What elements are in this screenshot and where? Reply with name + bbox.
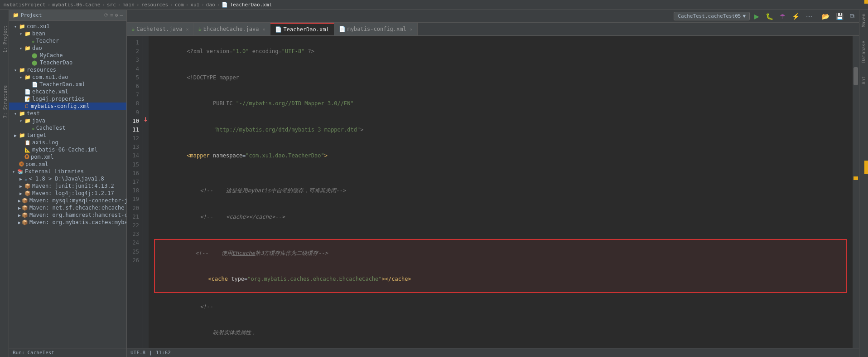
save-button[interactable]: 💾 bbox=[834, 12, 845, 21]
lib-icon: 📦 bbox=[24, 191, 31, 196]
profiler-button[interactable]: ⚡ bbox=[790, 12, 801, 21]
tree-item-target[interactable]: ▶ 📁 target bbox=[9, 132, 126, 139]
scrollbar[interactable] bbox=[853, 36, 859, 348]
arrow-icon: ▾ bbox=[11, 169, 16, 174]
code-line-11: <cache type="org.mybatis.caches.ehcache.… bbox=[156, 266, 845, 293]
tree-label: log4j.properties bbox=[32, 96, 85, 102]
iml-icon: 📐 bbox=[24, 147, 31, 153]
breadcrumb-sep: › bbox=[118, 2, 121, 8]
xml-icon: 🗒 bbox=[24, 103, 29, 109]
arrow-icon bbox=[13, 162, 18, 167]
tree-label: bean bbox=[32, 30, 45, 37]
breadcrumb-part[interactable]: xu1 bbox=[190, 2, 199, 8]
tree-item-log4jlib[interactable]: ▶ 📦 Maven: log4j:log4j:1.2.17 bbox=[9, 190, 126, 197]
arrow-icon: ▶ bbox=[18, 191, 24, 196]
tree-item-mybatisehcache[interactable]: ▶ 📦 Maven: org.mybatis.caches:mybatis-eh… bbox=[9, 219, 126, 226]
tree-item-junit[interactable]: ▶ 📦 Maven: junit:junit:4.13.2 bbox=[9, 182, 126, 190]
java-icon: ☕ bbox=[131, 26, 135, 32]
tree-label: External Libraries bbox=[25, 168, 84, 175]
ant-tool-button[interactable]: Ant bbox=[860, 74, 867, 86]
tree-item-test[interactable]: ▾ 📁 test bbox=[9, 110, 126, 117]
tab-mybatisconfig[interactable]: 📄 mybatis-config.xml ✕ bbox=[334, 23, 418, 35]
tree-item-bean[interactable]: ▾ 📁 bean bbox=[9, 30, 126, 37]
tree-item-java[interactable]: ▾ 📁 java bbox=[9, 117, 126, 124]
tree-item-axislog[interactable]: 📋 axis.log bbox=[9, 139, 126, 146]
window-button[interactable]: ⧉ bbox=[848, 11, 856, 21]
breadcrumb-part[interactable]: com bbox=[175, 2, 184, 8]
tab-close-icon[interactable]: ✕ bbox=[262, 27, 265, 32]
left-tools-panel: 1: Project 7: Structure bbox=[0, 10, 9, 357]
open-file-button[interactable]: 📂 bbox=[820, 12, 831, 21]
run-value: CacheTest bbox=[28, 350, 55, 356]
run-config-selector[interactable]: CacheTest.cacheTest05 ▼ bbox=[674, 12, 750, 20]
line-numbers: 12345 6789 10 11 12131415 16171819 20212… bbox=[127, 36, 143, 348]
tree-item-com-xu1[interactable]: ▾ 📁 com.xu1 bbox=[9, 23, 126, 30]
scrollbar-thumb[interactable] bbox=[854, 67, 858, 85]
tab-ehcachecache[interactable]: ☕ EhcacheCache.java ✕ bbox=[193, 23, 270, 35]
toolbar: CacheTest.cacheTest05 ▼ ▶ 🐛 ☂ ⚡ ⋯ 📂 💾 ⧉ bbox=[127, 10, 859, 23]
tab-close-icon[interactable]: ✕ bbox=[186, 27, 188, 32]
lib-icon: 📦 bbox=[22, 220, 28, 225]
maven-tool-button[interactable]: Maven bbox=[860, 12, 867, 29]
tree-item-com-xu1-dao[interactable]: ▾ 📁 com.xu1.dao bbox=[9, 73, 126, 81]
minimize-icon[interactable]: — bbox=[120, 12, 123, 18]
sync-icon[interactable]: ⟳ bbox=[104, 12, 108, 18]
more-button[interactable]: ⋯ bbox=[804, 12, 814, 21]
code-editor[interactable]: <?xml version="1.0" encoding="UTF-8" ?> … bbox=[149, 36, 853, 348]
java-icon: ⬤ bbox=[32, 60, 37, 66]
tree-item-cachetest[interactable]: ☕ CacheTest bbox=[9, 124, 126, 132]
tree-item-mybatisconfig[interactable]: 🗒 mybatis-config.xml bbox=[9, 103, 126, 110]
breadcrumb-part[interactable]: src bbox=[107, 2, 116, 8]
tree-item-extlibs[interactable]: ▾ 📚 External Libraries bbox=[9, 168, 126, 175]
tree-item-jdk[interactable]: ▶ ☕ < 1.8 > D:\Java\java1.8 bbox=[9, 175, 126, 182]
tab-cachetest[interactable]: ☕ CacheTest.java ✕ bbox=[127, 23, 193, 35]
code-line-9 bbox=[154, 230, 847, 239]
tree-item-mysql[interactable]: ▶ 📦 Maven: mysql:mysql-connector-java:5.… bbox=[9, 197, 126, 204]
tree-item-pom[interactable]: 🅜 pom.xml bbox=[9, 161, 126, 168]
folder-icon: 📁 bbox=[24, 74, 31, 80]
sidebar-title: Project bbox=[21, 12, 42, 18]
structure-tool-button[interactable]: 7: Structure bbox=[0, 83, 9, 120]
project-tool-button[interactable]: 1: Project bbox=[0, 24, 9, 54]
database-tool-button[interactable]: Database bbox=[860, 39, 867, 64]
tab-teacherdao[interactable]: 📄 TeacherDao.xml bbox=[270, 23, 334, 35]
tree-item-ehcachexml[interactable]: 📄 ehcache.xml bbox=[9, 88, 126, 95]
tree-label: test bbox=[27, 110, 40, 117]
tree-item-teacher[interactable]: ☕ Teacher bbox=[9, 37, 126, 44]
debug-button[interactable]: 🐛 bbox=[764, 12, 775, 21]
log-icon: 📋 bbox=[24, 140, 31, 146]
breadcrumb-part[interactable]: resources bbox=[141, 2, 169, 8]
tree-item-teacherdaoxml[interactable]: 📄 TeacherDao.xml bbox=[9, 81, 126, 88]
breadcrumb-part[interactable]: main bbox=[122, 2, 135, 8]
tree-item-mybatisiml[interactable]: 📐 mybatis-06-Cache.iml bbox=[9, 146, 126, 153]
code-line-2: <!DOCTYPE mapper bbox=[154, 65, 847, 91]
run-config-label: CacheTest.cacheTest05 bbox=[678, 13, 741, 19]
arrow-icon bbox=[18, 89, 24, 94]
breadcrumb-part[interactable]: mybatisProject bbox=[4, 2, 46, 8]
pom-icon: 🅜 bbox=[24, 154, 29, 160]
collapse-icon[interactable]: ≡ bbox=[110, 12, 113, 18]
folder-icon: 📁 bbox=[24, 118, 31, 124]
breadcrumb-part[interactable]: mybatis-06-Cache bbox=[52, 2, 100, 8]
breadcrumb-sep: › bbox=[102, 2, 105, 8]
breadcrumb-part[interactable]: dao bbox=[206, 2, 215, 8]
tree-item-hamcrest[interactable]: ▶ 📦 Maven: org.hamcrest:hamcrest-core:1.… bbox=[9, 211, 126, 219]
arrow-icon: ▶ bbox=[18, 213, 21, 218]
tree-item-dao[interactable]: ▾ 📁 dao bbox=[9, 44, 126, 52]
settings-icon[interactable]: ⚙ bbox=[115, 12, 118, 18]
run-bar: Run: CacheTest bbox=[9, 348, 126, 357]
tree-item-pom-inner[interactable]: 🅜 pom.xml bbox=[9, 153, 126, 161]
right-tools-panel: Maven Database Ant bbox=[859, 10, 868, 357]
tree-label: Maven: junit:junit:4.13.2 bbox=[32, 183, 114, 189]
tree-item-ehcachelib[interactable]: ▶ 📦 Maven: net.sf.ehcache:ehcache-core:2… bbox=[9, 204, 126, 211]
tree-label: Maven: log4j:log4j:1.2.17 bbox=[32, 190, 114, 196]
tree-item-mycache[interactable]: ⬤ MyCache bbox=[9, 52, 126, 59]
arrow-icon: ▶ bbox=[13, 133, 18, 138]
tree-item-teacherdao[interactable]: ⬤ TeacherDao bbox=[9, 59, 126, 66]
tree-item-log4j[interactable]: 📝 log4j.properties bbox=[9, 95, 126, 103]
tree-item-resources[interactable]: ▾ 📁 resources bbox=[9, 66, 126, 73]
run-button[interactable]: ▶ bbox=[752, 12, 761, 21]
tab-close-icon[interactable]: ✕ bbox=[410, 27, 413, 32]
coverage-button[interactable]: ☂ bbox=[778, 12, 787, 21]
lib-icon: ☕ bbox=[24, 176, 28, 182]
